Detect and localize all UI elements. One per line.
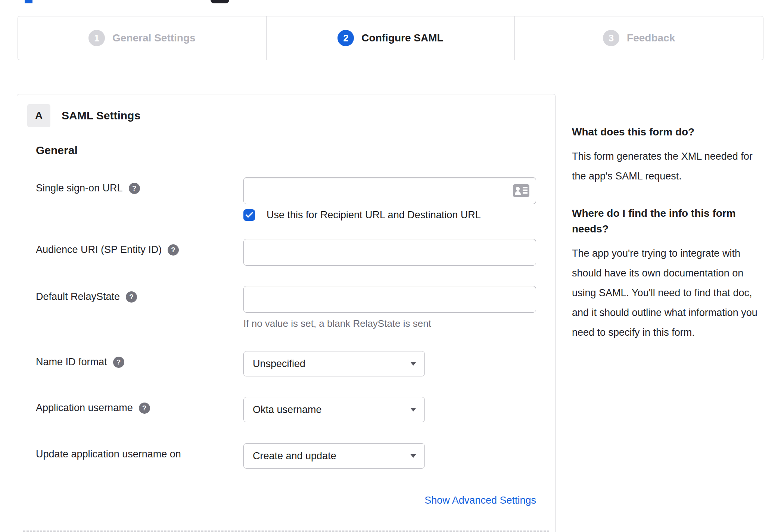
audience-uri-input[interactable] (243, 239, 536, 266)
help-body: This form generates the XML needed for t… (572, 147, 759, 186)
step-general-settings[interactable]: 1 General Settings (18, 16, 266, 60)
name-id-format-selected-value: Unspecified (253, 358, 305, 370)
saml-form: Single sign-on URL ? (36, 177, 536, 506)
cropped-header-artifact-dark (211, 0, 229, 3)
form-row-update-application-username: Update application username on Create an… (36, 443, 536, 469)
application-username-select[interactable]: Okta username (243, 397, 425, 422)
update-application-username-label: Update application username on (36, 448, 181, 460)
recipient-destination-checkbox-label: Use this for Recipient URL and Destinati… (267, 209, 481, 221)
sso-url-help-icon[interactable]: ? (129, 183, 140, 194)
step-label: Feedback (627, 32, 675, 44)
cropped-header-artifact-blue (25, 0, 32, 3)
default-relaystate-help-icon[interactable]: ? (126, 291, 137, 303)
step-label: Configure SAML (361, 32, 443, 44)
help-heading: What does this form do? (572, 124, 759, 140)
default-relaystate-helper-text: If no value is set, a blank RelayState i… (243, 318, 536, 329)
saml-settings-panel: A SAML Settings General Single sign-on U… (17, 94, 556, 532)
step-feedback[interactable]: 3 Feedback (514, 16, 763, 60)
panel-title: SAML Settings (62, 109, 140, 122)
recipient-destination-checkbox[interactable] (243, 209, 255, 221)
contact-card-icon[interactable] (513, 184, 529, 197)
audience-uri-help-icon[interactable]: ? (168, 244, 179, 256)
caret-down-icon (410, 454, 416, 458)
name-id-format-label: Name ID format (36, 356, 107, 368)
help-body: The app you're trying to integrate with … (572, 244, 759, 342)
wizard-stepper: 1 General Settings 2 Configure SAML 3 Fe… (18, 16, 763, 60)
sso-url-label: Single sign-on URL (36, 182, 123, 194)
form-row-audience-uri: Audience URI (SP Entity ID) ? (36, 239, 536, 266)
section-dashed-divider (23, 531, 549, 532)
step-number-badge: 2 (337, 30, 354, 46)
help-sidebar: What does this form do? This form genera… (572, 124, 759, 342)
panel-header: A SAML Settings (27, 104, 555, 127)
form-row-default-relaystate: Default RelayState ? If no value is set,… (36, 286, 536, 329)
audience-uri-label: Audience URI (SP Entity ID) (36, 243, 162, 256)
update-application-username-select[interactable]: Create and update (243, 443, 425, 469)
application-username-selected-value: Okta username (253, 404, 322, 416)
step-number-badge: 1 (88, 30, 105, 46)
help-section-what: What does this form do? This form genera… (572, 124, 759, 186)
help-section-where: Where do I find the info this form needs… (572, 206, 759, 342)
caret-down-icon (410, 362, 416, 366)
application-username-label: Application username (36, 401, 133, 414)
application-username-help-icon[interactable]: ? (139, 403, 150, 414)
update-application-username-selected-value: Create and update (253, 450, 336, 462)
recipient-destination-checkbox-row: Use this for Recipient URL and Destinati… (243, 209, 536, 221)
help-heading: Where do I find the info this form needs… (572, 206, 759, 237)
default-relaystate-label: Default RelayState (36, 290, 120, 303)
step-configure-saml[interactable]: 2 Configure SAML (266, 16, 515, 60)
general-group-heading: General (36, 144, 555, 157)
sso-url-input[interactable] (243, 177, 536, 204)
step-label: General Settings (112, 32, 196, 44)
form-row-application-username: Application username ? Okta username (36, 397, 536, 422)
name-id-format-help-icon[interactable]: ? (113, 357, 124, 368)
show-advanced-settings-link[interactable]: Show Advanced Settings (424, 495, 536, 506)
name-id-format-select[interactable]: Unspecified (243, 351, 425, 376)
form-row-name-id-format: Name ID format ? Unspecified (36, 351, 536, 376)
check-icon (245, 212, 253, 218)
default-relaystate-input[interactable] (243, 286, 536, 313)
form-row-sso-url: Single sign-on URL ? (36, 177, 536, 221)
section-a-badge: A (27, 104, 50, 127)
step-number-badge: 3 (603, 30, 619, 46)
caret-down-icon (410, 408, 416, 411)
